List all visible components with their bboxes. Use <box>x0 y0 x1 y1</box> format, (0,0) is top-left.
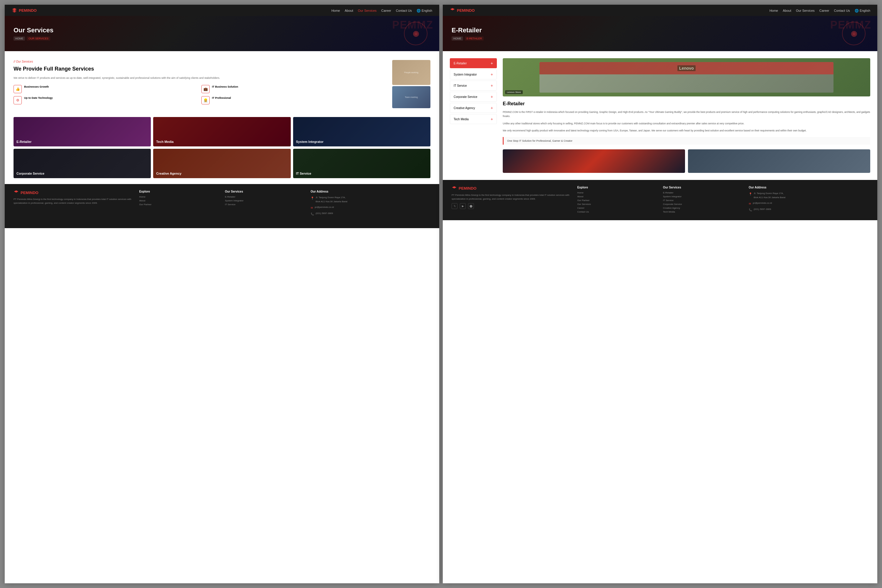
detail-para1: PEMMZ.COM is the FIRST e-retailer in Ind… <box>503 110 870 118</box>
sidebar-creative[interactable]: Creative Agency + <box>450 103 497 113</box>
logo-text: PEMINDO <box>19 8 37 13</box>
nav-lang[interactable]: 🌐 English <box>417 9 432 12</box>
sidebar-sysint[interactable]: System Integrator + <box>450 69 497 80</box>
right-page: PEMINDO Home About Our Services Career C… <box>443 5 877 583</box>
addr-street: 📍 Jl. Tanjung Duren Raya 17A, Blok A11 K… <box>311 195 430 204</box>
plus-icon-corpsvc: + <box>490 94 493 99</box>
detail-hero-image: Lenovo Lenovo Store <box>503 58 870 96</box>
footer-explore-about: About <box>139 200 219 202</box>
rnav-services[interactable]: Our Services <box>796 9 814 12</box>
sidebar-corpsvc[interactable]: Corporate Service + <box>450 92 497 102</box>
hero-content: Our Services HOME OUR SERVICES <box>14 27 54 40</box>
breadcrumb: HOME OUR SERVICES <box>14 36 54 40</box>
rf-explore-title: Explore <box>577 186 657 189</box>
sidebar-itsvc[interactable]: IT Service + <box>450 81 497 90</box>
plus-icon-eretailer: + <box>490 61 493 66</box>
rf-grid: PEMINDO PT Pemindo Mitra Sinergi is the … <box>452 186 868 214</box>
services-intro: // Our Services We Provide Full Range Se… <box>5 51 439 117</box>
footer-address: Our Address 📍 Jl. Tanjung Duren Raya 17A… <box>311 190 430 218</box>
footer-logo-text: PEMINDO <box>21 190 39 195</box>
feature-icon-it-professional: 👷 <box>201 96 210 104</box>
right-breadcrumb: HOME E-RETAILER <box>452 36 484 40</box>
addr-phone: 📞 (021) 5697-3669 <box>311 212 430 216</box>
card-techmedia[interactable]: Tech Media <box>153 117 291 146</box>
plus-icon-techmedia: + <box>490 117 493 122</box>
card-corpsvc[interactable]: Corporate Service <box>14 149 151 178</box>
rf-explore-home: Home <box>577 191 657 194</box>
feature-businesses: 👍 Businesses Growth <box>14 85 198 93</box>
right-logo-text: PEMINDO <box>457 8 475 13</box>
rnav-contact[interactable]: Contact Us <box>834 9 850 12</box>
social-icons: 𝕏 ▶ ⬤ <box>452 203 571 209</box>
rf-brand-text: PT Pemindo Mitra Sinergi is the first te… <box>452 194 571 201</box>
social-instagram[interactable]: ⬤ <box>468 203 474 209</box>
feature-it-professional: 👷 IT Professional <box>201 96 386 104</box>
feature-label-it-business: IT Business Solution <box>212 85 238 89</box>
sidebar-eretailer[interactable]: E-Retailer + <box>450 58 497 68</box>
card-overlay-eretailer <box>14 117 151 146</box>
rf-address: Our Address 📍 Jl. Tanjung Duren Raya 17A… <box>749 186 868 214</box>
plus-icon-sysint: + <box>490 72 493 77</box>
rnav-lang[interactable]: 🌐 English <box>855 9 870 12</box>
rf-logo: PEMINDO <box>452 186 571 191</box>
social-twitter[interactable]: 𝕏 <box>452 203 458 209</box>
footer-explore-partner: Our Partner <box>139 203 219 206</box>
phone-icon: 📞 <box>311 212 314 216</box>
rnav-home[interactable]: Home <box>770 9 778 12</box>
rf-explore-contact: Contact Us <box>577 210 657 213</box>
rf-brand: PEMINDO PT Pemindo Mitra Sinergi is the … <box>452 186 571 214</box>
rf-explore-about: About <box>577 195 657 198</box>
card-eretailer[interactable]: E-Retailer <box>14 117 151 146</box>
nav-services[interactable]: Our Services <box>358 9 376 12</box>
right-hero: PEMMZ ◉ E-Retailer HOME E-RETAILER <box>443 16 877 51</box>
footer-grid: PEMINDO PT Pemindo Mitra Sinergi is the … <box>14 190 430 218</box>
intro-image-top: People working <box>392 60 430 85</box>
hero-background <box>5 16 439 51</box>
left-logo[interactable]: PEMINDO <box>12 8 37 13</box>
rf-services-title: Our Services <box>663 186 743 189</box>
left-footer: PEMINDO PT Pemindo Mitra Sinergi is the … <box>5 184 439 228</box>
social-youtube[interactable]: ▶ <box>460 203 466 209</box>
breadcrumb-current: OUR SERVICES <box>27 36 50 40</box>
cards-grid: E-Retailer Tech Media System Integrator … <box>14 117 430 178</box>
nav-home[interactable]: Home <box>332 9 340 12</box>
rf-explore-list: Home About Our Partner Our Services Care… <box>577 191 657 213</box>
rf-email-icon: ✉ <box>749 201 751 206</box>
rf-services-list: E-Retailer System Integrator IT Service … <box>663 191 743 213</box>
right-logo[interactable]: PEMINDO <box>450 8 475 13</box>
footer-explore-list: Home About Our Partner <box>139 195 219 206</box>
left-page: PEMINDO Home About Our Services Career C… <box>5 5 439 583</box>
nav-about[interactable]: About <box>345 9 353 12</box>
card-overlay-techmedia <box>153 117 291 146</box>
feature-label-it-professional: IT Professional <box>212 96 231 100</box>
feature-label-technology: Up to Date Technology <box>24 96 52 100</box>
addr-email: ✉ pr@pemindo.co.id <box>311 205 430 210</box>
rf-location-icon: 📍 <box>749 192 752 196</box>
rf-logo-icon <box>452 186 457 191</box>
card-sysint[interactable]: System Integrator <box>293 117 430 146</box>
rf-addr-email: ✉ pr@pemindo.co.id <box>749 201 868 206</box>
card-label-sysint: System Integrator <box>296 140 324 144</box>
sidebar-techmedia[interactable]: Tech Media + <box>450 114 497 124</box>
rf-logo-text: PEMINDO <box>459 186 477 190</box>
rnav-about[interactable]: About <box>783 9 791 12</box>
card-itsvc[interactable]: IT Service <box>293 149 430 178</box>
rf-svc-techmedia: Tech Media <box>663 210 743 213</box>
intro-heading: We Provide Full Range Services <box>14 66 386 72</box>
rf-svc-eretailer: E-Retailer <box>663 191 743 194</box>
rf-svc-creative: Creative Agency <box>663 207 743 209</box>
hero-title: Our Services <box>14 27 54 34</box>
card-label-itsvc: IT Service <box>296 172 311 175</box>
feature-icon-technology: ⚙ <box>14 96 22 104</box>
card-creative[interactable]: Creative Agency <box>153 149 291 178</box>
nav-contact[interactable]: Contact Us <box>396 9 412 12</box>
rf-services: Our Services E-Retailer System Integrato… <box>663 186 743 214</box>
detail-para3: We only recommend high quality product w… <box>503 129 870 133</box>
nav-career[interactable]: Career <box>381 9 392 12</box>
location-icon: 📍 <box>311 196 314 201</box>
feature-label-businesses: Businesses Growth <box>24 85 49 89</box>
right-breadcrumb-home: HOME <box>452 36 463 40</box>
footer-brand-text: PT Pemindo Mitra Sinergi is the first te… <box>14 198 133 205</box>
intro-image-bottom: Team meeting <box>392 86 430 108</box>
rnav-career[interactable]: Career <box>819 9 830 12</box>
